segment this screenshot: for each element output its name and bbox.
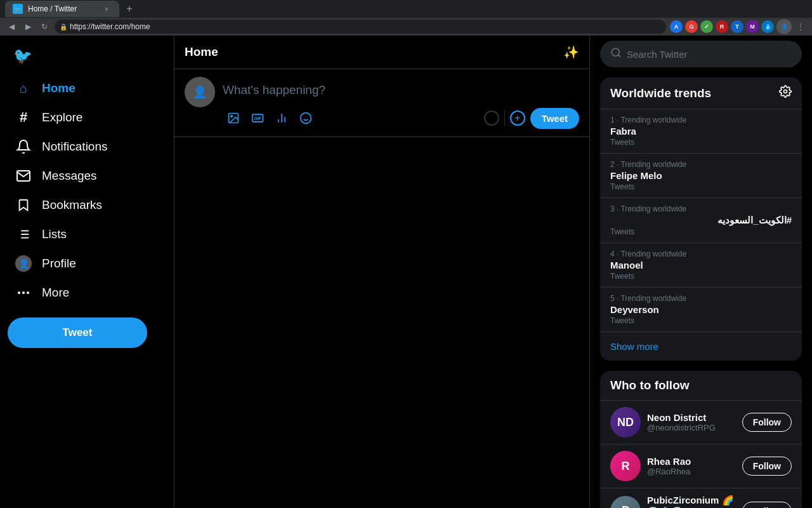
tab-title: Home / Twitter xyxy=(28,4,96,13)
reload-button[interactable]: ↻ xyxy=(38,20,51,33)
trend-count: Tweets xyxy=(610,272,792,281)
compose-right-actions: + Tweet xyxy=(484,108,579,129)
ext-icon-5: T xyxy=(731,20,743,33)
follow-name: Rhea Rao xyxy=(647,456,736,467)
svg-line-20 xyxy=(618,55,620,57)
address-bar[interactable]: 🔒 https://twitter.com/home xyxy=(55,20,666,34)
follow-avatar: R xyxy=(610,451,641,481)
trend-name: Deyverson xyxy=(610,304,792,315)
follow-item-neon-district[interactable]: ND Neon District @neondistrictRPG Follow xyxy=(600,400,802,444)
trend-item-3[interactable]: 3 · Trending worldwide #الكويت_السعوديه … xyxy=(600,197,802,243)
search-icon xyxy=(610,47,622,61)
app-layout: 🐦 ⌂ Home # Explore Notifications Message… xyxy=(0,36,812,508)
follow-info: Rhea Rao @RaoRhea xyxy=(647,456,736,476)
compose-icons: GIF xyxy=(223,107,317,129)
back-button[interactable]: ◀ xyxy=(5,20,18,33)
sidebar-item-label: More xyxy=(42,286,69,300)
twitter-logo[interactable]: 🐦 xyxy=(8,41,38,71)
sidebar-item-label: Bookmarks xyxy=(42,198,102,212)
sidebar-item-label: Explore xyxy=(42,110,82,124)
trend-meta: 5 · Trending worldwide xyxy=(610,294,792,303)
compose-avatar: 👤 xyxy=(185,77,215,107)
url-text: https://twitter.com/home xyxy=(70,22,150,31)
sidebar-item-lists[interactable]: Lists xyxy=(8,220,166,249)
ext-icon-6: M xyxy=(746,20,759,33)
svg-point-10 xyxy=(231,116,233,117)
sidebar-item-explore[interactable]: # Explore xyxy=(8,103,166,132)
home-icon: ⌂ xyxy=(15,80,32,97)
active-tab[interactable]: 🐦 Home / Twitter × xyxy=(5,1,119,17)
trends-title: Worldwide trends xyxy=(610,86,711,100)
ext-icon-7: 💧 xyxy=(761,20,774,33)
sidebar-item-label: Profile xyxy=(42,257,76,271)
sparkle-icon[interactable]: ✨ xyxy=(563,44,579,60)
chrome-menu-button[interactable]: ⋮ xyxy=(794,20,807,33)
feed-header: Home ✨ xyxy=(174,36,589,69)
compose-right: What's happening? GIF xyxy=(223,77,579,129)
trend-meta: 3 · Trending worldwide xyxy=(610,204,792,213)
gif-icon[interactable]: GIF xyxy=(247,107,268,129)
user-avatar-ext[interactable]: 👤 xyxy=(776,19,792,34)
emoji-icon[interactable] xyxy=(295,107,317,129)
trend-count: Tweets xyxy=(610,138,792,147)
sidebar-item-label: Home xyxy=(42,81,75,95)
extensions-area: A G ✓ R T M 💧 👤 ⋮ xyxy=(670,19,807,34)
follow-item-rhea-rao[interactable]: R Rhea Rao @RaoRhea Follow xyxy=(600,444,802,488)
follow-item-pubic-zirconium[interactable]: P PubicZirconium 🌈💎🔷💎 @PubicZirconium Fo… xyxy=(600,488,802,508)
sidebar-item-bookmarks[interactable]: Bookmarks xyxy=(8,190,166,220)
sidebar-item-profile[interactable]: 👤 Profile xyxy=(8,249,166,278)
trend-count: Tweets xyxy=(610,182,792,191)
browser-tabs: 🐦 Home / Twitter × + xyxy=(0,0,812,18)
follow-info: Neon District @neondistrictRPG xyxy=(647,412,736,432)
image-icon[interactable] xyxy=(223,107,244,129)
svg-point-7 xyxy=(22,291,25,294)
sidebar-item-home[interactable]: ⌂ Home xyxy=(8,74,166,103)
search-input[interactable] xyxy=(627,49,792,60)
sidebar-item-more[interactable]: More xyxy=(8,278,166,307)
trends-card: Worldwide trends 1 · Trending worldwide … xyxy=(600,77,802,361)
explore-icon: # xyxy=(15,109,32,126)
svg-point-19 xyxy=(612,48,619,56)
new-tab-button[interactable]: + xyxy=(122,1,137,17)
tweet-button[interactable]: Tweet xyxy=(8,318,147,348)
sidebar-item-label: Messages xyxy=(42,169,97,183)
trend-item-1[interactable]: 1 · Trending worldwide Fabra Tweets xyxy=(600,109,802,153)
notifications-icon xyxy=(15,138,32,155)
add-thread-button[interactable]: + xyxy=(510,110,525,126)
follow-avatar: ND xyxy=(610,407,641,438)
trend-item-2[interactable]: 2 · Trending worldwide Felipe Melo Tweet… xyxy=(600,153,802,197)
poll-icon[interactable] xyxy=(271,107,292,129)
compose-placeholder[interactable]: What's happening? xyxy=(223,77,579,107)
follow-button-neon-district[interactable]: Follow xyxy=(742,413,792,432)
svg-text:GIF: GIF xyxy=(254,116,261,121)
follow-info: PubicZirconium 🌈💎🔷💎 @PubicZirconium xyxy=(647,495,736,508)
profile-avatar: 👤 xyxy=(15,255,32,272)
browser-toolbar: ◀ ▶ ↻ 🔒 https://twitter.com/home A G ✓ R… xyxy=(0,18,812,36)
svg-point-8 xyxy=(27,291,29,294)
follow-button-rhea-rao[interactable]: Follow xyxy=(742,457,792,476)
tab-close-button[interactable]: × xyxy=(102,4,112,14)
sidebar-item-messages[interactable]: Messages xyxy=(8,161,166,190)
follow-handle: @RaoRhea xyxy=(647,467,736,476)
sidebar: 🐦 ⌂ Home # Explore Notifications Message… xyxy=(0,36,174,508)
tab-favicon: 🐦 xyxy=(13,4,23,14)
follow-button-pubic-zirconium[interactable]: Follow xyxy=(742,502,792,509)
trend-meta: 1 · Trending worldwide xyxy=(610,116,792,124)
trend-item-5[interactable]: 5 · Trending worldwide Deyverson Tweets xyxy=(600,287,802,331)
trend-item-4[interactable]: 4 · Trending worldwide Manoel Tweets xyxy=(600,243,802,287)
compose-area: 👤 What's happening? GIF xyxy=(174,69,589,137)
forward-button[interactable]: ▶ xyxy=(22,20,34,33)
sidebar-item-label: Notifications xyxy=(42,140,108,154)
trend-count: Tweets xyxy=(610,227,792,236)
trend-name: #الكويت_السعوديه xyxy=(610,215,792,226)
trend-count: Tweets xyxy=(610,316,792,325)
who-to-follow-title: Who to follow xyxy=(610,378,690,392)
follow-name: Neon District xyxy=(647,412,736,423)
tweet-submit-button[interactable]: Tweet xyxy=(530,108,579,129)
trends-show-more[interactable]: Show more xyxy=(600,331,802,361)
search-box[interactable] xyxy=(600,41,802,67)
right-sidebar: Worldwide trends 1 · Trending worldwide … xyxy=(590,36,812,508)
sidebar-item-notifications[interactable]: Notifications xyxy=(8,132,166,161)
trend-name: Felipe Melo xyxy=(610,170,792,181)
settings-icon[interactable] xyxy=(779,85,792,101)
